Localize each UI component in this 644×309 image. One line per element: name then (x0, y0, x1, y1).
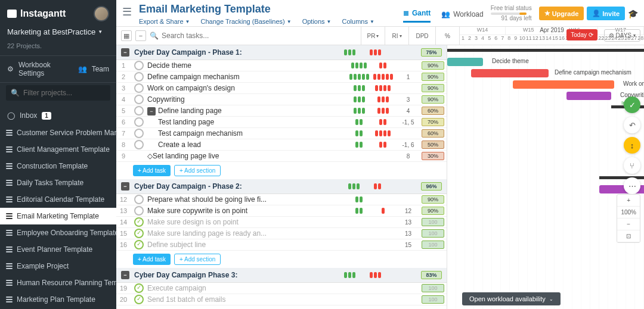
col-pr[interactable]: PR▾ (361, 26, 385, 45)
menu-item[interactable]: Columns ▼ (342, 18, 374, 25)
zoom-out-button[interactable]: − (617, 219, 640, 230)
section-header[interactable]: −Cyber Day Campaign - Phase 2:96% (116, 179, 447, 194)
filter-projects-input[interactable]: 🔍 (6, 85, 110, 101)
sidebar-item[interactable]: Human Resource Planning Template (0, 274, 116, 291)
sidebar-item[interactable]: Client Management Template (0, 141, 116, 158)
team-link[interactable]: 👥Team (71, 56, 116, 82)
tab-workload[interactable]: 👥Workload (441, 10, 483, 22)
search-icon: 🔍 (150, 32, 159, 40)
section-header[interactable]: −Cyber Day Campaign - Phase 1:75% (116, 45, 447, 60)
list-icon (6, 263, 13, 269)
task-row[interactable]: 7Test campaign mechanism60% (116, 128, 447, 139)
star-icon: ★ (544, 10, 550, 17)
task-row[interactable]: 4Copywriting390% (116, 94, 447, 105)
workbook-settings-link[interactable]: ⚙Workbook Settings (0, 56, 71, 82)
task-checkbox[interactable] (134, 140, 144, 149)
zoom-level: 100% (617, 207, 640, 219)
team-icon: 👥 (78, 65, 87, 73)
add-button[interactable]: ▦ (121, 30, 132, 41)
sidebar-item[interactable]: Employee Onboarding Template (0, 224, 116, 241)
page-title: Email Marketing Template (139, 3, 396, 15)
col-ri[interactable]: RI▾ (385, 26, 408, 45)
task-checkbox[interactable] (134, 229, 144, 238)
search-icon: 🔍 (11, 89, 20, 97)
task-checkbox[interactable] (134, 295, 144, 304)
menu-item[interactable]: Export & Share ▼ (139, 18, 190, 25)
section-header[interactable]: −Cyber Day Campaign Phase 3:83% (116, 268, 447, 283)
task-row[interactable]: 13Make sure copywrite is on point1290% (116, 205, 447, 217)
add-task-button[interactable]: + Add task (133, 254, 171, 265)
branch-button[interactable]: ⑂ (624, 157, 640, 174)
collapse-icon[interactable]: − (121, 182, 129, 191)
inbox-badge: 1 (42, 112, 51, 120)
upgrade-button[interactable]: ★Upgrade (539, 7, 584, 20)
task-row[interactable]: 15Make sure landing page is ready an...1… (116, 228, 447, 239)
task-checkbox[interactable] (134, 117, 144, 127)
menu-item[interactable]: Change Tracking (Baselines) ▼ (201, 18, 292, 25)
list-icon (6, 130, 13, 136)
task-checkbox[interactable] (134, 217, 144, 227)
list-icon (6, 180, 13, 186)
task-row[interactable]: 14Make sure design is on point13100 (116, 217, 447, 228)
task-checkbox[interactable] (134, 106, 144, 116)
sidebar-item[interactable]: Marketing Plan Template (0, 291, 116, 308)
sidebar-item[interactable]: Daily Tasks Template (0, 174, 116, 191)
today-button[interactable]: Today⟳ (566, 29, 597, 40)
task-checkbox[interactable] (134, 72, 144, 82)
task-row[interactable]: 5−Define landing page460% (116, 105, 447, 117)
task-row[interactable]: 12Prepare what should be going live fi..… (116, 194, 447, 205)
task-checkbox[interactable] (134, 195, 144, 204)
undo-button[interactable]: ↶ (624, 117, 640, 133)
task-checkbox[interactable] (134, 129, 144, 138)
hamburger-icon[interactable]: ☰ (122, 3, 132, 18)
task-checkbox[interactable] (134, 240, 144, 249)
add-task-button[interactable]: + Add task (133, 165, 171, 176)
timeline-header: Apr 2019 W14W15W16W17 123456789101112131… (459, 27, 644, 45)
task-row[interactable]: 1Decide theme90% (116, 60, 447, 71)
tab-gantt[interactable]: ≣Gantt (403, 9, 431, 23)
task-row[interactable]: 9◇ Set landing page live830% (116, 151, 447, 162)
task-row[interactable]: 6Test landing page-1, 570% (116, 117, 447, 128)
sidebar-item[interactable]: Customer Service Problem Management Temp… (0, 124, 116, 141)
sidebar-item[interactable]: Construction Template (0, 158, 116, 174)
task-row[interactable]: 19Execute campaign100 (116, 283, 447, 294)
graduation-icon[interactable]: 🎓 (628, 9, 638, 18)
sidebar-item[interactable]: Event Planner Template (0, 241, 116, 258)
sidebar-item[interactable]: Editorial Calendar Template (0, 191, 116, 208)
task-checkbox[interactable] (134, 95, 144, 104)
gantt-chart[interactable]: Cyber Day Campaign - PhDecide themeDefin… (447, 45, 644, 309)
col-dpd[interactable]: DPD (408, 26, 435, 45)
add-section-button[interactable]: + Add section (174, 254, 221, 265)
zoom-in-button[interactable]: + (617, 195, 640, 207)
sidebar-item[interactable]: Email Marketing Template (0, 208, 116, 224)
collapse-icon[interactable]: − (121, 48, 129, 57)
task-row[interactable]: 3Work on campaign's design90% (116, 83, 447, 94)
task-checkbox[interactable] (134, 61, 144, 70)
search-tasks-input[interactable]: 🔍 (150, 32, 356, 40)
workload-drawer-button[interactable]: Open workload availability⌄ (462, 292, 561, 305)
menu-item[interactable]: Options ▼ (302, 18, 332, 25)
task-checkbox[interactable] (134, 206, 144, 216)
task-row[interactable]: 20Send 1st batch of emails100 (116, 294, 447, 305)
more-button[interactable]: ⋯ (624, 177, 640, 194)
days-scale-button[interactable]: ⚙DAYS▾ (604, 29, 641, 42)
task-row[interactable]: 8Create a lead-1, 650% (116, 139, 447, 151)
list-icon (6, 230, 13, 236)
sidebar-item[interactable]: Example Project (0, 258, 116, 274)
col-pct[interactable]: % (435, 26, 459, 45)
project-selector[interactable]: Marketing at BestPractice ▼ (0, 25, 116, 42)
task-row[interactable]: 16Define subject line15100 (116, 239, 447, 251)
invite-button[interactable]: 👤Invite (587, 7, 625, 20)
task-checkbox[interactable] (134, 283, 144, 293)
task-checkbox[interactable] (134, 83, 144, 93)
inbox-link[interactable]: ◯Inbox1 (0, 107, 116, 124)
check-button[interactable]: ✓ (624, 96, 640, 113)
task-row[interactable]: 2Define campaign mechanism190% (116, 71, 447, 83)
refresh-icon: ⟳ (589, 32, 593, 38)
sort-button[interactable]: ↕ (624, 137, 640, 154)
add-section-button[interactable]: + Add section (174, 165, 221, 176)
remove-button[interactable]: − (135, 30, 146, 41)
zoom-fit-button[interactable]: ⊡ (617, 230, 640, 242)
collapse-icon[interactable]: − (121, 271, 129, 279)
user-avatar[interactable] (94, 6, 109, 21)
